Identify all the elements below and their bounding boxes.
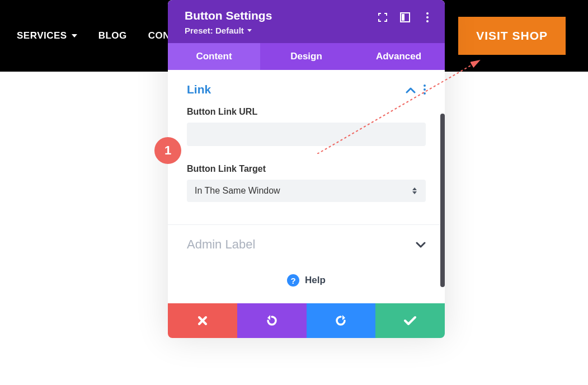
visit-shop-button[interactable]: VISIT SHOP — [458, 17, 566, 55]
expand-icon[interactable] — [378, 12, 388, 22]
nav-label-blog: BLOG — [98, 30, 127, 41]
nav-item-services[interactable]: SERVICES — [17, 30, 77, 41]
select-value: In The Same Window — [187, 180, 426, 202]
help-icon: ? — [287, 274, 299, 287]
undo-icon — [266, 314, 278, 327]
button-settings-modal: Button Settings Preset: Default Content … — [168, 0, 445, 338]
help-link[interactable]: ? Help — [187, 257, 426, 298]
annotation-badge-1: 1 — [154, 137, 181, 164]
chevron-down-icon — [72, 34, 77, 37]
caret-down-icon — [247, 29, 252, 32]
modal-footer — [168, 303, 445, 338]
svg-point-4 — [426, 16, 429, 18]
nav-menu: SERVICES BLOG CONTA — [17, 30, 182, 41]
link-section-header: Link — [187, 82, 426, 97]
tab-design[interactable]: Design — [260, 43, 352, 70]
annotation-badge-label: 1 — [164, 143, 171, 158]
confirm-button[interactable] — [375, 303, 445, 338]
preset-label: Preset: Default — [185, 26, 244, 35]
svg-point-3 — [426, 12, 429, 15]
modal-tabs: Content Design Advanced — [168, 43, 445, 70]
tab-advanced[interactable]: Advanced — [352, 43, 445, 70]
link-section-controls — [406, 82, 426, 97]
redo-button[interactable] — [307, 303, 376, 338]
nav-item-blog[interactable]: BLOG — [98, 30, 127, 41]
svg-rect-2 — [402, 14, 404, 21]
button-link-url-input[interactable] — [187, 123, 426, 146]
nav-label-services: SERVICES — [17, 30, 67, 41]
tab-content[interactable]: Content — [168, 43, 260, 70]
modal-header: Button Settings Preset: Default — [168, 0, 445, 43]
admin-label-section[interactable]: Admin Label — [187, 225, 426, 257]
button-link-target-select[interactable]: In The Same Window — [187, 180, 426, 202]
modal-title-wrap: Button Settings Preset: Default — [185, 9, 272, 35]
check-icon — [404, 316, 416, 326]
select-caret-icon — [412, 187, 417, 194]
modal-body: Link Button Link URL Button Link Target … — [168, 70, 445, 303]
target-field-label: Button Link Target — [187, 164, 426, 174]
more-menu-icon[interactable] — [422, 12, 432, 22]
close-button[interactable] — [168, 303, 237, 338]
undo-button[interactable] — [237, 303, 307, 338]
panel-layout-icon[interactable] — [400, 12, 410, 22]
svg-point-5 — [426, 20, 429, 22]
chevron-up-icon[interactable] — [406, 82, 416, 97]
link-section-title: Link — [187, 83, 211, 96]
redo-icon — [335, 314, 347, 327]
admin-label-title: Admin Label — [187, 237, 255, 252]
help-label: Help — [305, 275, 326, 286]
close-icon — [197, 316, 208, 326]
modal-header-icons — [378, 12, 432, 22]
section-more-icon[interactable] — [424, 84, 426, 95]
preset-dropdown[interactable]: Preset: Default — [185, 26, 272, 35]
visit-shop-label: VISIT SHOP — [476, 29, 548, 42]
url-field-label: Button Link URL — [187, 107, 426, 117]
chevron-down-icon — [416, 237, 426, 252]
modal-title: Button Settings — [185, 9, 272, 22]
scrollbar[interactable] — [440, 114, 445, 287]
